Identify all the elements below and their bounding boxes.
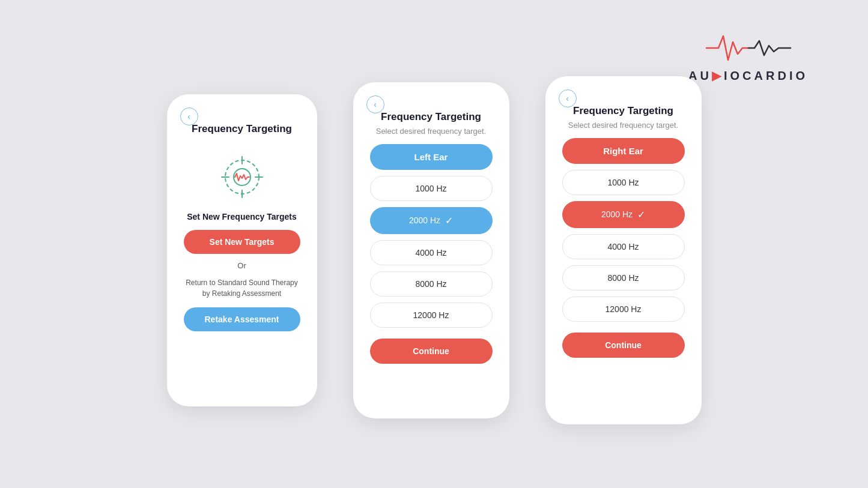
- check-icon-red: ✓: [637, 209, 645, 220]
- card2-freq-12000[interactable]: 12000 Hz: [370, 303, 493, 328]
- right-ear-button[interactable]: Right Ear: [562, 138, 685, 164]
- card2-freq-8000[interactable]: 8000 Hz: [370, 271, 493, 297]
- set-targets-label: Set New Frequency Targets: [187, 212, 297, 221]
- card2-subtitle: Select desired frequency target.: [376, 127, 487, 136]
- or-divider: Or: [237, 261, 246, 270]
- card2-freq-1000[interactable]: 1000 Hz: [370, 176, 493, 201]
- card2-freq-4000[interactable]: 4000 Hz: [370, 240, 493, 265]
- card3-title: Frequency Targeting: [573, 105, 673, 117]
- back-button-card2[interactable]: ‹: [366, 95, 384, 113]
- card3-freq-12000[interactable]: 12000 Hz: [562, 297, 685, 322]
- card2-continue-button[interactable]: Continue: [370, 339, 493, 364]
- card3-continue-button[interactable]: Continue: [562, 333, 685, 358]
- card3-freq-4000[interactable]: 4000 Hz: [562, 234, 685, 259]
- card3-freq-2000-selected[interactable]: 2000 Hz ✓: [562, 201, 685, 228]
- back-button-card3[interactable]: ‹: [559, 89, 577, 107]
- card-frequency-left-ear: ‹ Frequency Targeting Select desired fre…: [353, 82, 509, 418]
- card3-freq-1000[interactable]: 1000 Hz: [562, 170, 685, 195]
- logo-text: AU▶IOCARDIO: [688, 68, 808, 83]
- back-button-card1[interactable]: ‹: [180, 107, 198, 125]
- card2-freq-group: Left Ear 1000 Hz 2000 Hz ✓ 4000 Hz 8000 …: [370, 144, 493, 328]
- card3-subtitle: Select desired frequency target.: [568, 121, 679, 130]
- card1-title: Frequency Targeting: [192, 123, 292, 135]
- card3-freq-8000[interactable]: 8000 Hz: [562, 265, 685, 291]
- card2-title: Frequency Targeting: [381, 111, 481, 123]
- check-icon: ✓: [445, 215, 453, 226]
- card2-freq-2000-selected[interactable]: 2000 Hz ✓: [370, 207, 493, 234]
- retake-assessment-button[interactable]: Retake Assesment: [184, 307, 300, 331]
- card-frequency-targeting-home: ‹ Frequency Targeting Set New Frequency …: [167, 94, 317, 406]
- left-ear-button[interactable]: Left Ear: [370, 144, 493, 170]
- card3-freq-group: Right Ear 1000 Hz 2000 Hz ✓ 4000 Hz 8000…: [562, 138, 685, 322]
- logo-waveform-icon: [700, 30, 797, 66]
- target-icon: [218, 153, 266, 201]
- return-text: Return to Standard Sound Therapy by Reta…: [184, 277, 300, 299]
- card-frequency-right-ear: ‹ Frequency Targeting Select desired fre…: [545, 76, 702, 424]
- logo-area: AU▶IOCARDIO: [688, 30, 808, 83]
- set-new-targets-button[interactable]: Set New Targets: [184, 230, 300, 254]
